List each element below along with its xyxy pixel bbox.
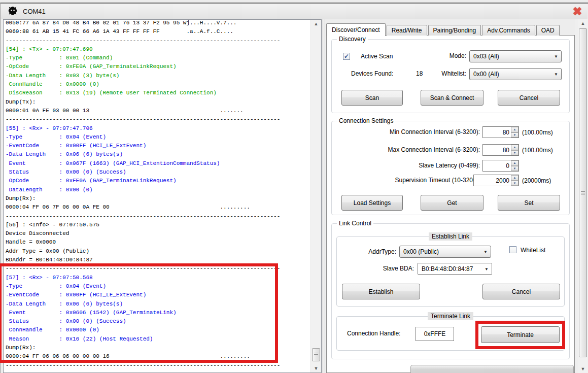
log-line: 0000:04 FF 06 7F 06 00 0A FE 00 ........…: [6, 203, 309, 212]
log-line: -OpCode : 0xFE0A (GAP_TerminateLinkReque…: [6, 62, 309, 71]
whitelist-dropdown[interactable]: 0x00 (All) ▼: [469, 68, 562, 80]
log-line: ----------------------------------------…: [6, 115, 309, 124]
max-interval-value: 80: [483, 145, 511, 155]
supervision-timeout-label: Supervision Timeout (10-3200):: [357, 177, 480, 184]
slave-bda-label: Slave BDA:: [363, 265, 414, 273]
scroll-down-icon[interactable]: ▼: [311, 364, 321, 372]
get-button[interactable]: Get: [421, 195, 483, 211]
log-line: [54] : <Tx> - 07:07:47.690: [6, 45, 309, 54]
whitelist-checkbox[interactable]: [509, 246, 516, 253]
load-settings-button[interactable]: Load Settings: [341, 195, 403, 211]
supervision-timeout-spinner[interactable]: 2000 ▲▼: [473, 175, 519, 186]
slave-latency-spinner[interactable]: 0 ▲▼: [482, 160, 519, 172]
terminate-link-title: Terminate Link: [428, 312, 473, 320]
spin-down-icon[interactable]: ▼: [511, 132, 518, 138]
scroll-up-icon[interactable]: ▲: [578, 19, 588, 27]
titlebar: COM41 ✖: [1, 4, 587, 19]
scroll-down-icon[interactable]: ▼: [578, 365, 588, 373]
supervision-timeout-value: 2000: [474, 175, 511, 186]
slave-bda-dropdown-value: B0:B4:48:D0:84:87: [422, 265, 473, 273]
log-line: DataLength : 0x00 (0): [6, 186, 309, 194]
log-line: ----------------------------------------…: [6, 37, 309, 45]
addrtype-label: AddrType:: [345, 248, 396, 256]
set-button[interactable]: Set: [498, 195, 560, 211]
tab-page-discover-connect: Discovery ✓ Active Scan Mode: 0x03 (All)…: [326, 35, 575, 373]
log-line: [56] : <Info> - 07:07:50.575: [6, 221, 309, 229]
connection-handle-input[interactable]: [416, 327, 454, 341]
panel-scrollbar[interactable]: ▲ ▼: [578, 19, 588, 373]
scroll-up-icon[interactable]: ▲: [311, 20, 321, 28]
establish-button[interactable]: Establish: [342, 284, 420, 299]
annotation-rect-log-57: [0, 263, 278, 363]
chevron-down-icon: ▼: [485, 266, 489, 271]
annotation-rect-terminate: [475, 321, 565, 349]
max-interval-spinner[interactable]: 80 ▲▼: [482, 144, 519, 156]
window-title: COM41: [23, 8, 46, 15]
link-control-group-label: Link Control: [337, 220, 373, 227]
tab-bar: Discover/ConnectRead/WritePairing/Bondin…: [326, 23, 561, 36]
ti-logo-icon: [7, 6, 19, 18]
panel-divider: [323, 19, 323, 373]
mode-dropdown-value: 0x03 (All): [473, 53, 499, 60]
log-line: 0000:01 0A FE 03 00 00 13 .......: [6, 107, 309, 115]
tab-adv-commands[interactable]: Adv.Commands: [482, 25, 535, 36]
log-scrollbar-thumb[interactable]: [312, 348, 320, 361]
log-line: -Data Length : 0x06 (6) bytes(s): [6, 150, 309, 159]
min-interval-spinner[interactable]: 80 ▲▼: [482, 126, 519, 138]
log-line: Dump(Tx):: [6, 98, 309, 107]
discovery-cancel-button[interactable]: Cancel: [498, 90, 560, 106]
log-line: -Type : 0x04 (Event): [6, 133, 309, 142]
max-interval-suffix: (100.00ms): [522, 147, 553, 154]
scrollbar-grip: [314, 353, 318, 357]
panel-divider-2: [325, 19, 325, 373]
close-icon[interactable]: ✖: [571, 5, 583, 18]
log-line: -Type : 0x01 (Command): [6, 54, 309, 62]
chevron-down-icon: ▼: [483, 250, 488, 254]
log-line: Dump(Rx):: [6, 194, 309, 203]
scan-button[interactable]: Scan: [341, 90, 403, 106]
supervision-timeout-suffix: (20000ms): [522, 177, 551, 185]
tab-read-write[interactable]: Read/Write: [387, 25, 427, 36]
log-line: [55] : <Rx> - 07:07:47.706: [6, 124, 309, 133]
tab-discover-connect[interactable]: Discover/Connect: [326, 23, 386, 36]
chevron-down-icon: ▼: [554, 54, 558, 59]
connection-handle-label: Connection Handle:: [347, 330, 400, 337]
spin-up-icon[interactable]: ▲: [511, 145, 518, 150]
log-line: Addr Type = 0x00 (Public): [6, 247, 309, 256]
slave-latency-label: Slave Latency (0-499):: [357, 162, 480, 169]
panel-scrollbar-thumb[interactable]: [579, 28, 587, 357]
addrtype-dropdown-value: 0x00 (Public): [403, 248, 439, 255]
partial-bottom-button[interactable]: [410, 365, 574, 373]
log-scrollbar[interactable]: ▲ ▼: [310, 20, 321, 372]
log-line: DiscReason : 0x13 (19) (Remote User Term…: [6, 89, 309, 97]
chevron-down-icon: ▼: [554, 72, 558, 77]
tab-pairing-bonding[interactable]: Pairing/Bonding: [428, 25, 481, 36]
spin-up-icon[interactable]: ▲: [511, 160, 518, 166]
mode-dropdown[interactable]: 0x03 (All) ▼: [469, 50, 562, 62]
establish-link-title: Establish Link: [429, 232, 472, 241]
addrtype-dropdown[interactable]: 0x00 (Public) ▼: [399, 246, 491, 258]
active-scan-label: Active Scan: [361, 53, 393, 60]
log-line: OpCode : 0xFE0A (GAP_TerminateLinkReques…: [6, 177, 309, 185]
log-line: Device Disconnected: [6, 229, 309, 238]
log-line: 0050:77 6A 87 84 D0 48 B4 B0 02 01 76 13…: [6, 19, 309, 27]
spin-down-icon[interactable]: ▼: [511, 166, 518, 172]
connection-settings-group-label: Connection Settings: [337, 117, 395, 124]
spin-up-icon[interactable]: ▲: [511, 175, 518, 181]
slave-bda-dropdown[interactable]: B0:B4:48:D0:84:87 ▼: [418, 263, 492, 275]
spin-down-icon[interactable]: ▼: [511, 150, 518, 156]
log-line: -EventCode : 0x00FF (HCI_LE_ExtEvent): [6, 142, 309, 150]
log-line: Status : 0x00 (0) (Success): [6, 168, 309, 177]
log-line: 0060:88 61 AB 15 41 FC 66 A6 1A 43 FF FF…: [6, 27, 309, 36]
whitelist-label: Whitelist:: [418, 70, 466, 78]
active-scan-checkbox[interactable]: ✓: [343, 53, 350, 60]
mode-label: Mode:: [418, 52, 466, 60]
log-line: -Data Length : 0x03 (3) byte(s): [6, 72, 309, 80]
spin-up-icon[interactable]: ▲: [511, 127, 518, 132]
whitelist-checkbox-label: WhiteList: [521, 247, 545, 254]
establish-cancel-button[interactable]: Cancel: [482, 284, 560, 299]
checkmark-icon: ✓: [344, 53, 349, 59]
scan-connect-button[interactable]: Scan & Connect: [421, 90, 483, 106]
spin-down-icon[interactable]: ▼: [511, 181, 518, 186]
tab-oad[interactable]: OAD: [536, 25, 560, 36]
